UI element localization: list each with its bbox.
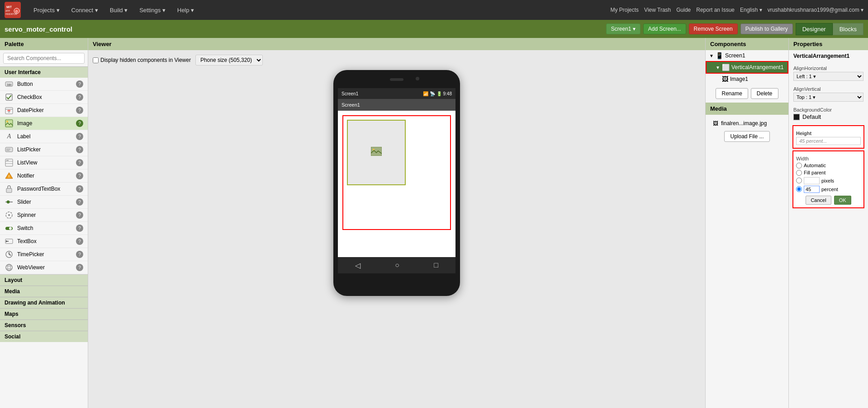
width-option-percent[interactable]: percent <box>796 186 861 193</box>
textbox-help[interactable]: ? <box>76 238 83 245</box>
background-color-label: BackgroundColor <box>793 107 863 113</box>
delete-button[interactable]: Delete <box>751 88 778 99</box>
vertical-arrangement-container[interactable] <box>342 115 451 230</box>
hidden-components-checkbox[interactable] <box>93 57 99 63</box>
image-component[interactable] <box>347 120 406 185</box>
palette-item-switch[interactable]: Switch ? <box>0 222 88 235</box>
user-interface-section[interactable]: User Interface <box>0 66 88 78</box>
checkbox-help[interactable]: ? <box>76 94 83 101</box>
screen-selector[interactable]: Screen1 ▾ <box>606 23 640 34</box>
hidden-components-label[interactable]: Display hidden components in Viewer <box>93 57 191 63</box>
app-inventor-logo: MIT APP INVENTOR ⚙ <box>5 2 21 18</box>
palette-item-button[interactable]: btn Button ? <box>0 78 88 91</box>
button-help[interactable]: ? <box>76 80 83 88</box>
layout-section[interactable]: Layout <box>0 274 88 286</box>
component-image1[interactable]: 🖼 Image1 <box>706 74 788 84</box>
palette-item-checkbox[interactable]: CheckBox ? <box>0 91 88 104</box>
projects-menu[interactable]: Projects ▾ <box>30 5 63 15</box>
build-menu[interactable]: Build ▾ <box>106 5 132 15</box>
palette-item-label[interactable]: A Label ? <box>0 130 88 143</box>
connect-menu[interactable]: Connect ▾ <box>68 5 102 15</box>
settings-menu[interactable]: Settings ▾ <box>136 5 169 15</box>
height-property-box[interactable]: Height 45 percent... <box>792 125 864 149</box>
switch-icon <box>5 224 14 233</box>
width-percent-label: percent <box>821 187 838 192</box>
designer-mode-button[interactable]: Designer <box>796 23 833 35</box>
component-vertical-arrangement[interactable]: ▼ ⬜ VerticalArrangement1 <box>706 61 788 74</box>
remove-screen-button[interactable]: Remove Screen <box>689 23 738 34</box>
media-section[interactable]: Media <box>0 286 88 297</box>
width-radio-fill-parent[interactable] <box>796 170 802 176</box>
search-components-input[interactable] <box>3 53 85 64</box>
view-trash-link[interactable]: View Trash <box>644 7 671 13</box>
user-menu[interactable]: vrushabhkrushnarao1999@gmail.com ▾ <box>768 7 863 13</box>
phone-size-selector[interactable]: Phone size (505,320) <box>195 55 263 66</box>
label-help[interactable]: ? <box>76 133 83 140</box>
screen1-expand-icon[interactable]: ▼ <box>709 53 714 58</box>
align-horizontal-select[interactable]: Left : 1 ▾ <box>793 72 863 81</box>
notifier-icon: ! <box>5 171 14 180</box>
home-nav-icon: ○ <box>395 261 399 269</box>
width-ok-button[interactable]: OK <box>834 196 851 205</box>
palette-item-webviewer[interactable]: WebViewer ? <box>0 261 88 274</box>
width-percent-input[interactable] <box>804 186 820 193</box>
spinner-label: Spinner <box>17 212 72 218</box>
upload-file-button[interactable]: Upload File ... <box>724 131 769 142</box>
palette-item-image[interactable]: Image ? <box>0 117 88 130</box>
sensors-section[interactable]: Sensors <box>0 319 88 331</box>
timepicker-help[interactable]: ? <box>76 251 83 258</box>
screen-title-bar: Screen1 <box>342 91 358 96</box>
background-color-swatch[interactable]: Default <box>793 113 821 120</box>
palette-item-textbox[interactable]: TextBox ? <box>0 235 88 248</box>
palette-header: Palette <box>0 38 88 50</box>
password-help[interactable]: ? <box>76 185 83 192</box>
vertical-expand-icon[interactable]: ▼ <box>716 65 720 70</box>
media-item-image[interactable]: 🖼 finalren...image.jpg <box>709 118 785 128</box>
width-radio-automatic[interactable] <box>796 163 802 169</box>
language-menu[interactable]: English ▾ <box>740 7 762 13</box>
publish-gallery-button[interactable]: Publish to Gallery <box>740 23 793 34</box>
report-issue-link[interactable]: Report an Issue <box>696 7 735 13</box>
component-screen1[interactable]: ▼ 📱 Screen1 <box>706 50 788 61</box>
blocks-mode-button[interactable]: Blocks <box>833 23 863 35</box>
width-radio-percent[interactable] <box>796 186 802 192</box>
width-option-automatic[interactable]: Automatic <box>796 163 861 169</box>
width-radio-pixels[interactable] <box>796 178 802 183</box>
spinner-help[interactable]: ? <box>76 211 83 219</box>
listview-help[interactable]: ? <box>76 159 83 166</box>
webviewer-help[interactable]: ? <box>76 264 83 271</box>
palette-item-slider[interactable]: Slider ? <box>0 196 88 209</box>
media-file-icon: 🖼 <box>713 120 718 127</box>
guide-link[interactable]: Guide <box>676 7 691 13</box>
properties-panel: Properties VerticalArrangement1 AlignHor… <box>789 38 868 408</box>
add-screen-button[interactable]: Add Screen... <box>643 23 686 34</box>
width-option-fill-parent[interactable]: Fill parent <box>796 170 861 176</box>
my-projects-link[interactable]: My Projects <box>610 7 639 13</box>
palette-item-spinner[interactable]: Spinner ? <box>0 209 88 222</box>
rename-button[interactable]: Rename <box>716 88 748 99</box>
notifier-help[interactable]: ? <box>76 172 83 179</box>
palette-item-listview[interactable]: ListView ? <box>0 156 88 169</box>
width-pixels-input[interactable] <box>804 177 820 184</box>
back-nav-icon: ◁ <box>355 261 360 270</box>
checkbox-label: CheckBox <box>17 94 72 100</box>
width-automatic-label: Automatic <box>804 163 826 168</box>
image-help[interactable]: ? <box>76 120 83 127</box>
width-option-pixels[interactable]: pixels <box>796 177 861 184</box>
datepicker-help[interactable]: ? <box>76 107 83 114</box>
align-vertical-select[interactable]: Top : 1 ▾ <box>793 93 863 102</box>
slider-help[interactable]: ? <box>76 198 83 206</box>
maps-section[interactable]: Maps <box>0 308 88 319</box>
palette-item-password[interactable]: PasswordTextBox ? <box>0 183 88 196</box>
palette-item-listpicker[interactable]: ListPicker ? <box>0 143 88 156</box>
drawing-animation-section[interactable]: Drawing and Animation <box>0 297 88 308</box>
palette-item-notifier[interactable]: ! Notifier ? <box>0 169 88 183</box>
social-section[interactable]: Social <box>0 331 88 342</box>
width-cancel-button[interactable]: Cancel <box>806 196 831 205</box>
toolbar: servo_motor_control Screen1 ▾ Add Screen… <box>0 20 868 38</box>
palette-item-timepicker[interactable]: TimePicker ? <box>0 248 88 261</box>
listpicker-help[interactable]: ? <box>76 146 83 153</box>
switch-help[interactable]: ? <box>76 225 83 232</box>
palette-item-datepicker[interactable]: 📅 DatePicker ? <box>0 104 88 117</box>
help-menu[interactable]: Help ▾ <box>174 5 198 15</box>
